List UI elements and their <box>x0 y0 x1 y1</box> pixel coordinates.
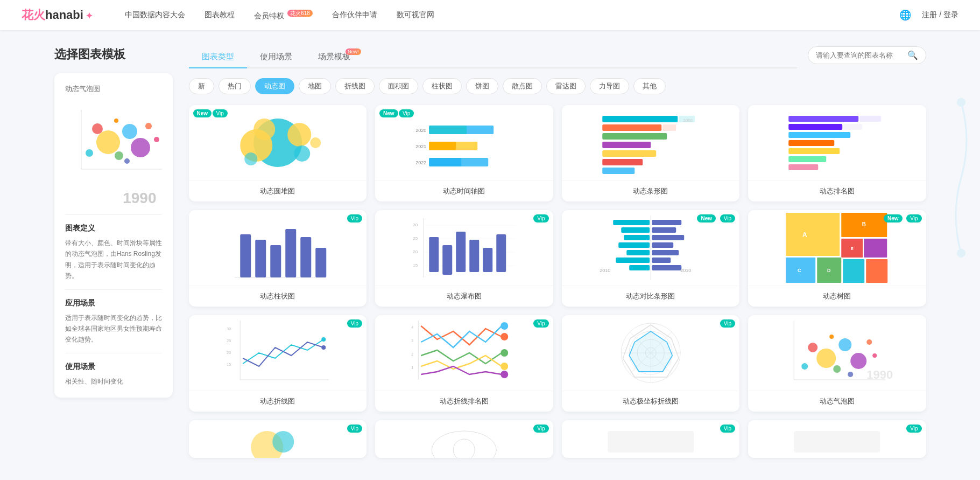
svg-point-5 <box>131 138 150 157</box>
badge-vip-6: Vip <box>720 214 735 222</box>
chart-card-8[interactable]: Vip 30 25 20 15 <box>189 315 367 412</box>
chart-card-3[interactable]: 动态排名图 <box>748 105 926 201</box>
chart-label-8: 动态折线图 <box>189 391 367 412</box>
main-nav: 中国数据内容大会 图表教程 会员特权 花火618 合作伙伴申请 数可视官网 <box>125 10 899 21</box>
filter-new[interactable]: 新 <box>189 78 214 94</box>
filter-bar[interactable]: 柱状图 <box>422 78 462 94</box>
svg-text:A: A <box>802 231 807 239</box>
scene-new-badge: New! <box>346 48 361 55</box>
svg-point-143 <box>453 439 475 458</box>
svg-text:B: B <box>862 221 866 227</box>
svg-text:20: 20 <box>413 249 418 254</box>
partial-badge-vip-1: Vip <box>533 425 548 433</box>
svg-point-115 <box>500 363 508 370</box>
svg-text:C: C <box>798 268 801 273</box>
chart-card-11[interactable]: 1990 动态气泡图 <box>748 315 926 412</box>
nav-conference[interactable]: 中国数据内容大会 <box>125 10 185 20</box>
chart-card-4[interactable]: Vip 动态柱状图 <box>189 210 367 307</box>
filter-other[interactable]: 其他 <box>633 78 666 94</box>
chart-label-1: 动态时间轴图 <box>375 180 553 201</box>
svg-rect-44 <box>788 164 818 170</box>
nav-membership[interactable]: 会员特权 花火618 <box>254 10 313 21</box>
svg-point-134 <box>866 339 872 345</box>
svg-point-131 <box>808 343 817 352</box>
nav-partner[interactable]: 合作伙伴申请 <box>332 10 377 20</box>
badge-vip-1: Vip <box>399 109 414 117</box>
svg-polar-line <box>562 315 740 391</box>
badge-vip-9: Vip <box>533 319 548 328</box>
partial-preview-2: Vip <box>562 420 740 458</box>
search-icon[interactable]: 🔍 <box>907 50 918 60</box>
filter-tags: 新 热门 动态图 地图 折线图 面积图 柱状图 饼图 散点图 雷达图 力导图 其… <box>189 78 926 94</box>
chart-label-4: 动态柱状图 <box>189 286 367 307</box>
logo[interactable]: 花火hanabi ✦ <box>22 7 93 23</box>
svg-rect-67 <box>483 248 492 272</box>
partial-card-0[interactable]: Vip <box>189 420 367 458</box>
chart-card-2[interactable]: 2000 动态条形图 <box>562 105 740 201</box>
main-layout: 选择图表模板 动态气泡图 <box>33 30 948 474</box>
chart-label-7: 动态树图 <box>748 286 926 307</box>
badge-new-0: New <box>193 109 212 117</box>
tab-scene-template[interactable]: 场景模板 New! <box>305 46 363 67</box>
chart-card-9[interactable]: Vip 4 3 2 1 <box>375 315 553 412</box>
nav-tutorial[interactable]: 图表教程 <box>205 10 235 20</box>
language-icon[interactable]: 🌐 <box>899 9 911 21</box>
filter-dynamic[interactable]: 动态图 <box>255 78 294 94</box>
svg-text:20: 20 <box>227 351 231 354</box>
svg-rect-145 <box>794 431 880 453</box>
svg-bubble-scatter: 1990 <box>748 315 926 391</box>
svg-rect-144 <box>608 431 694 453</box>
svg-rect-79 <box>652 235 684 240</box>
svg-text:2: 2 <box>411 352 413 356</box>
svg-point-142 <box>432 431 496 458</box>
chart-card-6[interactable]: New Vip <box>562 210 740 307</box>
svg-text:30: 30 <box>227 327 231 331</box>
partial-card-2[interactable]: Vip <box>562 420 740 458</box>
search-input[interactable] <box>816 51 907 59</box>
svg-rect-64 <box>442 245 452 275</box>
definition-text: 带有大小、颜色、时间滑块等属性的动态气泡图，由Hans Rosling发明，适用… <box>65 238 162 282</box>
svg-point-113 <box>500 322 508 330</box>
partial-svg-0 <box>189 420 367 458</box>
chart-label-11: 动态气泡图 <box>748 391 926 412</box>
svg-point-9 <box>154 137 159 142</box>
filter-pie[interactable]: 饼图 <box>466 78 498 94</box>
svg-point-17 <box>244 152 257 165</box>
tab-use-case[interactable]: 使用场景 <box>247 46 305 67</box>
filter-force[interactable]: 力导图 <box>590 78 629 94</box>
login-link[interactable]: 注册 / 登录 <box>922 10 958 20</box>
svg-rect-25 <box>429 142 456 150</box>
svg-text:15: 15 <box>227 363 231 366</box>
svg-rect-29 <box>602 124 661 131</box>
svg-point-106 <box>321 345 326 350</box>
filter-map[interactable]: 地图 <box>299 78 331 94</box>
chart-preview-9: Vip 4 3 2 1 <box>375 315 553 391</box>
partial-chart-grid: Vip Vip Vip <box>189 420 926 458</box>
chart-card-5[interactable]: Vip 30 25 20 15 <box>375 210 553 307</box>
svg-rect-75 <box>616 258 650 263</box>
filter-radar[interactable]: 雷达图 <box>546 78 586 94</box>
nav-official[interactable]: 数可视官网 <box>397 10 434 20</box>
svg-text:E: E <box>851 246 854 251</box>
membership-badge: 花火618 <box>287 10 313 17</box>
filter-line[interactable]: 折线图 <box>335 78 375 94</box>
logo-text-hanabi: hanabi <box>45 8 83 22</box>
chart-label-10: 动态极坐标折线图 <box>562 391 740 412</box>
svg-point-11 <box>124 158 130 164</box>
svg-rect-50 <box>270 245 281 277</box>
filter-scatter[interactable]: 散点图 <box>503 78 542 94</box>
svg-rect-74 <box>626 250 650 255</box>
chart-card-1[interactable]: New Vip 2020 2021 2022 <box>375 105 553 201</box>
svg-rect-66 <box>469 240 479 272</box>
chart-card-10[interactable]: Vip <box>562 315 740 412</box>
chart-card-7[interactable]: New Vip A B C <box>748 210 926 307</box>
tab-chart-type[interactable]: 图表类型 <box>189 46 247 68</box>
partial-card-1[interactable]: Vip <box>375 420 553 458</box>
search-bar[interactable]: 🔍 <box>808 46 926 64</box>
filter-area[interactable]: 面积图 <box>379 78 418 94</box>
filter-hot[interactable]: 热门 <box>218 78 251 94</box>
chart-label-2: 动态条形图 <box>562 180 740 201</box>
svg-point-3 <box>122 124 137 139</box>
chart-card-0[interactable]: New Vip 动态圆堆图 <box>189 105 367 201</box>
partial-card-3[interactable]: Vip <box>748 420 926 458</box>
